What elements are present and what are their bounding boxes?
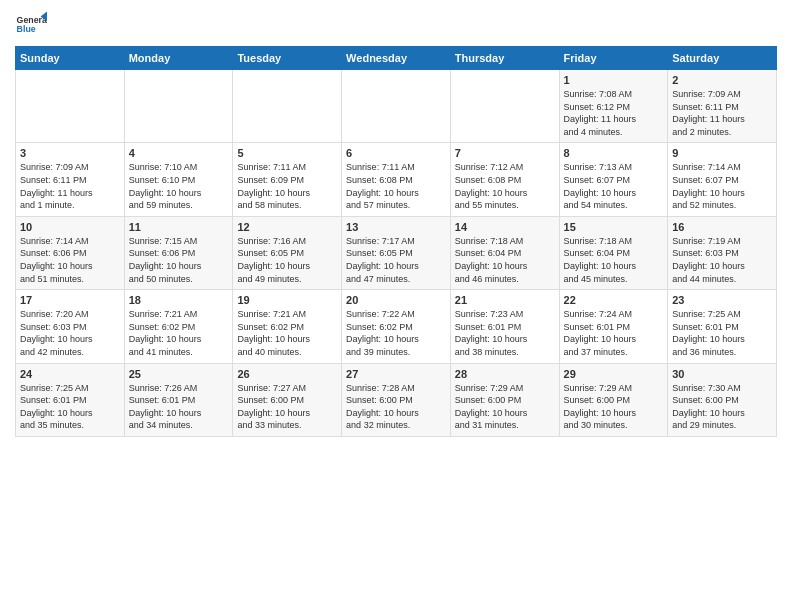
calendar-cell: 19Sunrise: 7:21 AM Sunset: 6:02 PM Dayli… [233, 290, 342, 363]
day-number: 18 [129, 294, 229, 306]
day-number: 25 [129, 368, 229, 380]
calendar-cell: 26Sunrise: 7:27 AM Sunset: 6:00 PM Dayli… [233, 363, 342, 436]
day-number: 19 [237, 294, 337, 306]
day-number: 3 [20, 147, 120, 159]
day-number: 10 [20, 221, 120, 233]
calendar-week-1: 1Sunrise: 7:08 AM Sunset: 6:12 PM Daylig… [16, 70, 777, 143]
day-number: 24 [20, 368, 120, 380]
day-info: Sunrise: 7:17 AM Sunset: 6:05 PM Dayligh… [346, 235, 446, 285]
day-info: Sunrise: 7:25 AM Sunset: 6:01 PM Dayligh… [672, 308, 772, 358]
calendar-cell: 23Sunrise: 7:25 AM Sunset: 6:01 PM Dayli… [668, 290, 777, 363]
weekday-header-wednesday: Wednesday [342, 47, 451, 70]
calendar-body: 1Sunrise: 7:08 AM Sunset: 6:12 PM Daylig… [16, 70, 777, 437]
calendar-cell: 28Sunrise: 7:29 AM Sunset: 6:00 PM Dayli… [450, 363, 559, 436]
day-number: 16 [672, 221, 772, 233]
day-number: 27 [346, 368, 446, 380]
day-info: Sunrise: 7:28 AM Sunset: 6:00 PM Dayligh… [346, 382, 446, 432]
calendar-cell: 24Sunrise: 7:25 AM Sunset: 6:01 PM Dayli… [16, 363, 125, 436]
day-number: 6 [346, 147, 446, 159]
calendar-cell: 4Sunrise: 7:10 AM Sunset: 6:10 PM Daylig… [124, 143, 233, 216]
calendar-cell: 13Sunrise: 7:17 AM Sunset: 6:05 PM Dayli… [342, 216, 451, 289]
calendar-cell: 18Sunrise: 7:21 AM Sunset: 6:02 PM Dayli… [124, 290, 233, 363]
day-info: Sunrise: 7:18 AM Sunset: 6:04 PM Dayligh… [455, 235, 555, 285]
day-info: Sunrise: 7:30 AM Sunset: 6:00 PM Dayligh… [672, 382, 772, 432]
calendar-cell [233, 70, 342, 143]
calendar-cell: 7Sunrise: 7:12 AM Sunset: 6:08 PM Daylig… [450, 143, 559, 216]
day-number: 4 [129, 147, 229, 159]
day-number: 1 [564, 74, 664, 86]
day-info: Sunrise: 7:14 AM Sunset: 6:07 PM Dayligh… [672, 161, 772, 211]
calendar-cell: 10Sunrise: 7:14 AM Sunset: 6:06 PM Dayli… [16, 216, 125, 289]
day-info: Sunrise: 7:15 AM Sunset: 6:06 PM Dayligh… [129, 235, 229, 285]
weekday-header-thursday: Thursday [450, 47, 559, 70]
day-info: Sunrise: 7:09 AM Sunset: 6:11 PM Dayligh… [672, 88, 772, 138]
day-number: 14 [455, 221, 555, 233]
day-info: Sunrise: 7:11 AM Sunset: 6:08 PM Dayligh… [346, 161, 446, 211]
calendar-cell [342, 70, 451, 143]
day-info: Sunrise: 7:10 AM Sunset: 6:10 PM Dayligh… [129, 161, 229, 211]
logo-icon: General Blue [15, 10, 47, 42]
day-number: 26 [237, 368, 337, 380]
day-info: Sunrise: 7:21 AM Sunset: 6:02 PM Dayligh… [129, 308, 229, 358]
weekday-header-monday: Monday [124, 47, 233, 70]
day-number: 23 [672, 294, 772, 306]
day-number: 15 [564, 221, 664, 233]
day-info: Sunrise: 7:08 AM Sunset: 6:12 PM Dayligh… [564, 88, 664, 138]
day-number: 28 [455, 368, 555, 380]
day-info: Sunrise: 7:29 AM Sunset: 6:00 PM Dayligh… [564, 382, 664, 432]
day-info: Sunrise: 7:27 AM Sunset: 6:00 PM Dayligh… [237, 382, 337, 432]
calendar-cell: 20Sunrise: 7:22 AM Sunset: 6:02 PM Dayli… [342, 290, 451, 363]
day-info: Sunrise: 7:14 AM Sunset: 6:06 PM Dayligh… [20, 235, 120, 285]
day-number: 7 [455, 147, 555, 159]
calendar-cell: 6Sunrise: 7:11 AM Sunset: 6:08 PM Daylig… [342, 143, 451, 216]
calendar-cell: 17Sunrise: 7:20 AM Sunset: 6:03 PM Dayli… [16, 290, 125, 363]
calendar-cell [16, 70, 125, 143]
calendar-cell [124, 70, 233, 143]
day-number: 5 [237, 147, 337, 159]
weekday-header-tuesday: Tuesday [233, 47, 342, 70]
calendar-cell [450, 70, 559, 143]
day-info: Sunrise: 7:21 AM Sunset: 6:02 PM Dayligh… [237, 308, 337, 358]
day-info: Sunrise: 7:29 AM Sunset: 6:00 PM Dayligh… [455, 382, 555, 432]
calendar-week-5: 24Sunrise: 7:25 AM Sunset: 6:01 PM Dayli… [16, 363, 777, 436]
calendar-cell: 22Sunrise: 7:24 AM Sunset: 6:01 PM Dayli… [559, 290, 668, 363]
day-number: 21 [455, 294, 555, 306]
day-number: 12 [237, 221, 337, 233]
calendar-cell: 14Sunrise: 7:18 AM Sunset: 6:04 PM Dayli… [450, 216, 559, 289]
day-info: Sunrise: 7:20 AM Sunset: 6:03 PM Dayligh… [20, 308, 120, 358]
weekday-header-sunday: Sunday [16, 47, 125, 70]
day-info: Sunrise: 7:12 AM Sunset: 6:08 PM Dayligh… [455, 161, 555, 211]
day-number: 22 [564, 294, 664, 306]
calendar-cell: 15Sunrise: 7:18 AM Sunset: 6:04 PM Dayli… [559, 216, 668, 289]
svg-text:Blue: Blue [17, 24, 36, 34]
day-number: 9 [672, 147, 772, 159]
day-info: Sunrise: 7:23 AM Sunset: 6:01 PM Dayligh… [455, 308, 555, 358]
day-number: 17 [20, 294, 120, 306]
calendar-header: SundayMondayTuesdayWednesdayThursdayFrid… [16, 47, 777, 70]
day-info: Sunrise: 7:22 AM Sunset: 6:02 PM Dayligh… [346, 308, 446, 358]
page-header: General Blue [15, 10, 777, 42]
day-info: Sunrise: 7:26 AM Sunset: 6:01 PM Dayligh… [129, 382, 229, 432]
day-number: 8 [564, 147, 664, 159]
calendar-cell: 1Sunrise: 7:08 AM Sunset: 6:12 PM Daylig… [559, 70, 668, 143]
calendar-cell: 5Sunrise: 7:11 AM Sunset: 6:09 PM Daylig… [233, 143, 342, 216]
calendar-cell: 9Sunrise: 7:14 AM Sunset: 6:07 PM Daylig… [668, 143, 777, 216]
calendar-cell: 8Sunrise: 7:13 AM Sunset: 6:07 PM Daylig… [559, 143, 668, 216]
day-number: 11 [129, 221, 229, 233]
day-number: 30 [672, 368, 772, 380]
calendar-cell: 27Sunrise: 7:28 AM Sunset: 6:00 PM Dayli… [342, 363, 451, 436]
calendar-cell: 16Sunrise: 7:19 AM Sunset: 6:03 PM Dayli… [668, 216, 777, 289]
calendar-cell: 30Sunrise: 7:30 AM Sunset: 6:00 PM Dayli… [668, 363, 777, 436]
logo: General Blue [15, 10, 51, 42]
day-info: Sunrise: 7:11 AM Sunset: 6:09 PM Dayligh… [237, 161, 337, 211]
calendar-table: SundayMondayTuesdayWednesdayThursdayFrid… [15, 46, 777, 437]
day-info: Sunrise: 7:25 AM Sunset: 6:01 PM Dayligh… [20, 382, 120, 432]
weekday-header-friday: Friday [559, 47, 668, 70]
day-info: Sunrise: 7:13 AM Sunset: 6:07 PM Dayligh… [564, 161, 664, 211]
day-info: Sunrise: 7:09 AM Sunset: 6:11 PM Dayligh… [20, 161, 120, 211]
day-number: 13 [346, 221, 446, 233]
weekday-row: SundayMondayTuesdayWednesdayThursdayFrid… [16, 47, 777, 70]
day-info: Sunrise: 7:16 AM Sunset: 6:05 PM Dayligh… [237, 235, 337, 285]
calendar-cell: 29Sunrise: 7:29 AM Sunset: 6:00 PM Dayli… [559, 363, 668, 436]
day-number: 2 [672, 74, 772, 86]
